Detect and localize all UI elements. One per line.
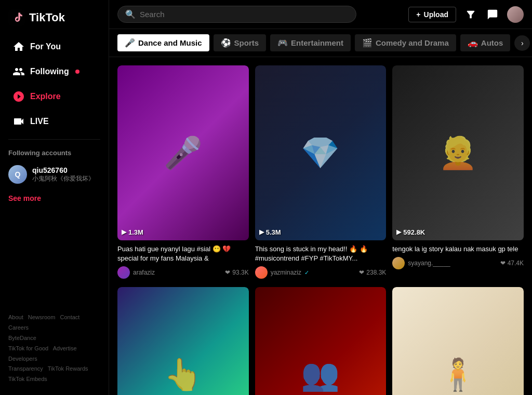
video-card-3[interactable]: 👱 ▶ 592.8K tengok la ig story kalau nak … [392,65,524,281]
home-icon [12,40,25,53]
entertainment-label: Entertainment [291,38,343,47]
header: 🔍 + Upload [109,0,532,29]
view-count-1: ▶ 1.3M [122,228,143,236]
heart-icon-2: ❤ [359,269,364,276]
category-tabs: 🎤 Dance and Music ⚽ Sports 🎮 Entertainme… [109,29,532,57]
video-info-2: This song is stuck in my head!! 🔥 🔥 #mus… [255,240,387,281]
author-name-3: syayang._____ [408,260,450,267]
live-icon [12,115,25,128]
logo-text: TikTok [29,11,65,24]
for-you-label: For You [30,42,61,51]
author-info-3: syayang._____ [392,257,450,269]
author-avatar-2 [255,266,268,279]
author-info-2: yazminaziz ✓ [255,266,309,279]
following-accounts-section: Following accounts Q qiu526760 小鬼阿秋《你爱我坏… [0,145,109,191]
tab-scroll-right-button[interactable]: › [514,35,530,51]
like-count-1: 93.3K [232,269,248,276]
header-actions: + Upload [408,6,524,23]
thumb-person-4: 👆 [117,287,249,395]
like-info-3: ❤ 47.4K [500,260,524,267]
dance-music-icon: 🎤 [125,38,135,48]
view-count-label-1: 1.3M [128,228,143,236]
sidebar-item-for-you[interactable]: For You [4,35,104,58]
footer-rewards[interactable]: TikTok Rewards [48,365,88,372]
footer-embeds[interactable]: TikTok Embeds [8,376,47,382]
sidebar-item-explore[interactable]: Explore [4,85,104,108]
sidebar-item-live[interactable]: LIVE [4,110,104,133]
upload-button[interactable]: + Upload [408,7,456,22]
video-card-2[interactable]: 💎 ▶ 5.3M This song is stuck in my head!!… [255,65,387,281]
tab-sports[interactable]: ⚽ Sports [214,34,267,51]
video-card-6[interactable]: 🧍 ▶ 1.7M life update 🏳️ ENGLAND user6 [392,287,524,395]
thumb-bg-6: 🧍 [392,287,524,395]
footer-advertise[interactable]: Advertise [53,345,77,351]
thumb-person-5: 👥 [255,287,387,395]
sports-icon: ⚽ [221,38,231,48]
explore-icon [12,90,25,103]
sidebar-item-following[interactable]: Following [4,60,104,83]
following-accounts-title: Following accounts [8,149,100,157]
video-meta-3: syayang._____ ❤ 47.4K [392,257,524,269]
video-card-4[interactable]: 👆 ▶ 843K 🔢+🔢+❌× 2 user4 [117,287,249,395]
author-name-2: yazminaziz [271,269,301,276]
footer-tiktok-good[interactable]: TikTok for Good [8,345,48,351]
video-info-1: Puas hati gue nyanyl lagu #sial 😶 💔 spec… [117,240,249,281]
video-title-3: tengok la ig story kalau nak masuk gp te… [392,244,524,254]
video-info-3: tengok la ig story kalau nak masuk gp te… [392,240,524,271]
video-card-1[interactable]: 🎤 ▶ 1.3M Puas hati gue nyanyl lagu #sial… [117,65,249,281]
main-content: 🔍 + Upload 🎤 Dance and Music ⚽ Sports [109,0,532,395]
like-info-1: ❤ 93.3K [225,269,248,276]
user-avatar[interactable] [507,6,524,23]
footer-bytedance[interactable]: ByteDance [8,335,36,341]
explore-label: Explore [30,92,61,101]
author-name-1: arafaziz [133,269,155,276]
like-count-2: 238.3K [366,269,386,276]
tab-autos[interactable]: 🚗 Autos [460,34,511,51]
footer-careers[interactable]: Careers [8,324,29,331]
video-grid: 🎤 ▶ 1.3M Puas hati gue nyanyl lagu #sial… [117,65,524,395]
account-avatar-qiu: Q [8,165,27,184]
like-count-3: 47.4K [508,260,524,267]
play-icon-2: ▶ [259,228,264,236]
logo-area[interactable]: TikTok [0,5,109,34]
thumb-bg-2: 💎 [255,65,387,240]
play-icon-1: ▶ [122,228,126,236]
tab-entertainment[interactable]: 🎮 Entertainment [270,34,351,51]
video-meta-1: arafaziz ❤ 93.3K [117,266,249,279]
heart-icon-1: ❤ [225,269,230,276]
footer-about[interactable]: About [8,314,23,320]
tiktok-logo-icon [8,9,25,26]
messages-icon[interactable] [485,7,500,22]
video-title-1: Puas hati gue nyanyl lagu #sial 😶 💔 spec… [117,244,249,263]
filter-icon[interactable] [463,7,478,22]
account-item-qiu[interactable]: Q qiu526760 小鬼阿秋《你爱我坏》 [8,162,100,187]
thumb-bg-1: 🎤 [117,65,249,240]
video-card-5[interactable]: 👥 ▶ 2.1M viral moment caught on camera 😂… [255,287,387,395]
search-input[interactable] [140,10,349,19]
like-info-2: ❤ 238.3K [359,269,386,276]
see-more-link[interactable]: See more [0,191,109,206]
comedy-drama-icon: 🎬 [362,38,373,48]
tab-comedy-drama[interactable]: 🎬 Comedy and Drama [355,34,456,51]
sidebar-divider [8,139,100,140]
content-area: 🎤 ▶ 1.3M Puas hati gue nyanyl lagu #sial… [109,57,532,395]
thumb-person-6: 🧍 [392,287,524,395]
upload-label: Upload [424,10,448,19]
video-thumbnail-6: 🧍 ▶ 1.7M [392,287,524,395]
video-thumbnail-4: 👆 ▶ 843K [117,287,249,395]
footer-transparency[interactable]: Transparency [8,365,43,372]
search-icon: 🔍 [125,9,136,19]
footer-newsroom[interactable]: Newsroom [28,314,56,320]
footer-contact[interactable]: Contact [60,314,79,320]
upload-plus-icon: + [416,10,420,19]
heart-icon-3: ❤ [500,260,506,267]
comedy-drama-label: Comedy and Drama [376,38,449,47]
verified-icon-2: ✓ [304,269,309,276]
account-username: qiu526760 [32,166,95,174]
author-avatar-1 [117,266,130,279]
tab-dance-music[interactable]: 🎤 Dance and Music [117,34,209,51]
footer-developers[interactable]: Developers [8,356,37,362]
video-thumbnail-5: 👥 ▶ 2.1M [255,287,387,395]
view-count-3: ▶ 592.8K [396,228,425,236]
search-bar[interactable]: 🔍 [117,6,356,23]
